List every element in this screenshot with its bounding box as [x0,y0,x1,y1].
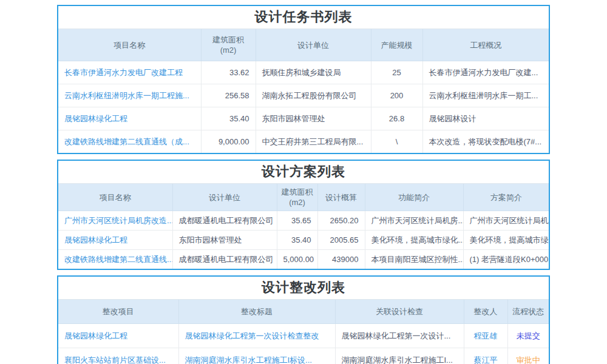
design-plans-title: 设计方案列表 [58,161,549,184]
cell-text: 云南水利枢纽潜明水库一期工... [422,84,549,107]
cell-text: 广州市天河区统计局机房... [463,211,549,231]
cell-link[interactable]: 广州市天河区统计局机房改造... [58,211,172,231]
cell-text: 长春市伊通河水力发电厂改建... [422,61,549,84]
cell-text: \ [371,130,422,153]
column-header: 工程概况 [422,29,549,61]
column-header: 项目名称 [58,29,201,61]
cell-text: 本项目南阳至城区控制性... [365,250,463,269]
cell-text: 5,000.00 [277,250,317,269]
cell-link[interactable]: 晟铭园林绿化工程 [58,107,201,130]
cell-text: 26.8 [371,107,422,130]
page-content: 设计任务书列表 项目名称建筑面积 (m2)设计单位产能规模工程概况长春市伊通河水… [57,5,550,364]
column-header: 整改标题 [178,300,335,324]
table-row: 长春市伊通河水力发电厂改建工程33.62抚顺住房和城乡建设局25长春市伊通河水力… [58,61,549,84]
cell-link[interactable]: 蔡江平 [464,348,507,364]
cell-text: 抚顺住房和城乡建设局 [256,61,371,84]
cell-text: 256.58 [201,84,256,107]
column-header: 流程状态 [507,300,549,324]
cell-text: 35.40 [277,231,317,250]
cell-text: (1) 老营隧道段K0+000... [463,250,549,269]
cell-text: 成都暖通机电工程有限公司 [172,211,277,231]
cell-text: 33.62 [201,61,256,84]
cell-text: 2650.20 [317,211,365,231]
cell-text: 湖南永拓工程股份有限公司 [256,84,371,107]
cell-text: 晟铭园林绿化工程第一次设计... [335,324,464,348]
table-row: 晟铭园林绿化工程东阳市园林管理处35.402005.65美化环境，提高城市绿化.… [58,231,549,250]
cell-text: 2005.65 [317,231,365,250]
column-header: 功能简介 [365,184,463,211]
status-text: 审批中 [507,348,549,364]
cell-link[interactable]: 晟铭园林绿化工程 [58,324,178,348]
column-header: 建筑面积 (m2) [201,29,256,61]
cell-text: 东阳市园林管理处 [172,231,277,250]
cell-text: 35.40 [201,107,256,130]
cell-text: 25 [371,61,422,84]
cell-link[interactable]: 晟铭园林绿化工程第一次设计检查整改 [178,324,335,348]
cell-text: 湖南洞庭湖水库引水工程施工I... [335,348,464,364]
cell-link[interactable]: 程亚雄 [464,324,507,348]
design-rectifications-table: 整改项目整改标题关联设计检查整改人流程状态晟铭园林绿化工程晟铭园林绿化工程第一次… [58,300,549,364]
header-row: 项目名称建筑面积 (m2)设计单位产能规模工程概况 [58,29,549,61]
cell-link[interactable]: 改建铁路线增建第二线直通线（成... [58,130,201,153]
panel-design-rectifications: 设计整改列表 整改项目整改标题关联设计检查整改人流程状态晟铭园林绿化工程晟铭园林… [57,275,550,364]
cell-link[interactable]: 湖南洞庭湖水库引水工程施工I标设... [178,348,335,364]
column-header: 关联设计检查 [335,300,464,324]
column-header: 整改人 [464,300,507,324]
cell-text: 35.65 [277,211,317,231]
cell-link[interactable]: 云南水利枢纽潜明水库一期工程施... [58,84,201,107]
cell-text: 美化环境，提高城市绿化... [463,231,549,250]
column-header: 设计单位 [256,29,371,61]
column-header: 整改项目 [58,300,178,324]
column-header: 方案简介 [463,184,549,211]
design-rectifications-title: 设计整改列表 [58,277,549,300]
cell-link[interactable]: 长春市伊通河水力发电厂改建工程 [58,61,201,84]
design-tasks-table: 项目名称建筑面积 (m2)设计单位产能规模工程概况长春市伊通河水力发电厂改建工程… [58,29,549,153]
table-row: 改建铁路线增建第二线直通线（成...9,000.00中交王府井第三工程局有限..… [58,130,549,153]
column-header: 产能规模 [371,29,422,61]
column-header: 项目名称 [58,184,172,211]
column-header: 设计单位 [172,184,277,211]
status-text: 未提交 [507,324,549,348]
cell-link[interactable]: 襄阳火车站站前片区基础设... [58,348,178,364]
cell-text: 美化环境，提高城市绿化... [365,231,463,250]
cell-link[interactable]: 改建铁路线增建第二线直通线... [58,250,172,269]
column-header: 建筑面积 (m2) [277,184,317,211]
table-row: 晟铭园林绿化工程35.40东阳市园林管理处26.8晟铭园林设计 [58,107,549,130]
column-header: 设计概算 [317,184,365,211]
cell-link[interactable]: 晟铭园林绿化工程 [58,231,172,250]
cell-text: 广州市天河区统计局机房... [365,211,463,231]
design-plans-table: 项目名称设计单位建筑面积 (m2)设计概算功能简介方案简介广州市天河区统计局机房… [58,184,549,269]
cell-text: 9,000.00 [201,130,256,153]
cell-text: 中交王府井第三工程局有限... [256,130,371,153]
panel-design-plans: 设计方案列表 项目名称设计单位建筑面积 (m2)设计概算功能简介方案简介广州市天… [57,160,550,270]
table-row: 云南水利枢纽潜明水库一期工程施...256.58湖南永拓工程股份有限公司200云… [58,84,549,107]
panel-design-tasks: 设计任务书列表 项目名称建筑面积 (m2)设计单位产能规模工程概况长春市伊通河水… [57,5,550,154]
table-row: 广州市天河区统计局机房改造...成都暖通机电工程有限公司35.652650.20… [58,211,549,231]
cell-text: 200 [371,84,422,107]
cell-text: 本次改造，将现状变配电楼(7#... [422,130,549,153]
table-row: 襄阳火车站站前片区基础设...湖南洞庭湖水库引水工程施工I标设...湖南洞庭湖水… [58,348,549,364]
cell-text: 成都暖通机电工程有限公司 [172,250,277,269]
header-row: 整改项目整改标题关联设计检查整改人流程状态 [58,300,549,324]
table-row: 改建铁路线增建第二线直通线...成都暖通机电工程有限公司5,000.004390… [58,250,549,269]
design-tasks-title: 设计任务书列表 [58,6,549,29]
cell-text: 东阳市园林管理处 [256,107,371,130]
cell-text: 439000 [317,250,365,269]
header-row: 项目名称设计单位建筑面积 (m2)设计概算功能简介方案简介 [58,184,549,211]
cell-text: 晟铭园林设计 [422,107,549,130]
table-row: 晟铭园林绿化工程晟铭园林绿化工程第一次设计检查整改晟铭园林绿化工程第一次设计..… [58,324,549,348]
